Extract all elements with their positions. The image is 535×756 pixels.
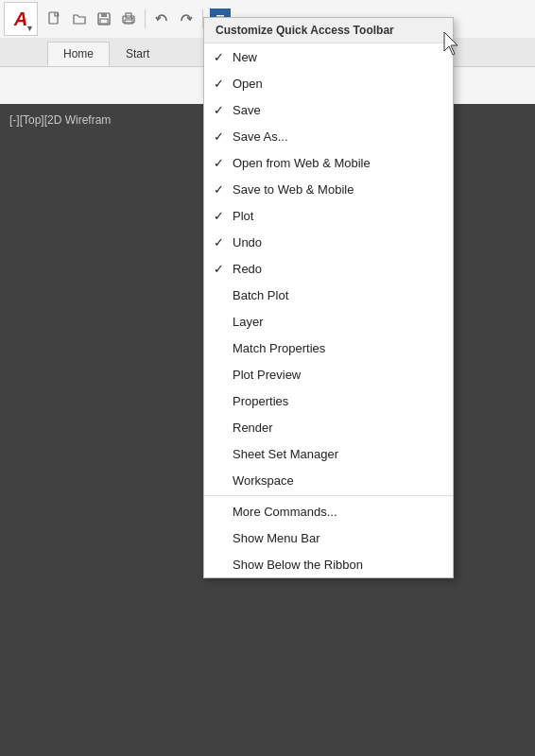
menu-item-label-batch-plot: Batch Plot [233, 288, 288, 302]
toolbar-separator-1 [145, 9, 146, 28]
menu-item-label-render: Render [233, 421, 273, 435]
menu-item-properties[interactable]: ✓Properties [204, 387, 453, 414]
menu-item-save-as[interactable]: ✓Save As... [204, 123, 453, 149]
menu-item-label-save: Save [233, 103, 261, 117]
menu-header: Customize Quick Access Toolbar [204, 18, 453, 43]
menu-item-label-redo: Redo [233, 262, 262, 276]
menu-item-label-plot: Plot [233, 209, 253, 223]
menu-item-redo[interactable]: ✓Redo [204, 255, 453, 282]
menu-item-check-new: ✓ [214, 50, 233, 64]
open-icon[interactable] [68, 8, 91, 30]
undo-icon[interactable] [150, 8, 173, 30]
svg-point-8 [131, 18, 133, 20]
menu-footer-item-show-below-ribbon[interactable]: ✓Show Below the Ribbon [204, 551, 453, 577]
menu-footer-label-show-menu-bar: Show Menu Bar [233, 531, 320, 545]
customize-toolbar-dropdown: Customize Quick Access Toolbar ✓New✓Open… [203, 17, 454, 578]
menu-item-label-properties: Properties [233, 394, 288, 408]
menu-item-label-match-properties: Match Properties [233, 341, 325, 355]
quick-access-toolbar [43, 8, 206, 30]
menu-item-undo[interactable]: ✓Undo [204, 229, 453, 255]
autocad-logo-button[interactable]: A ▼ [4, 2, 38, 36]
menu-item-batch-plot[interactable]: ✓Batch Plot [204, 282, 453, 308]
menu-footer-item-show-menu-bar[interactable]: ✓Show Menu Bar [204, 524, 453, 551]
menu-item-check-save: ✓ [214, 103, 233, 117]
menu-item-workspace[interactable]: ✓Workspace [204, 467, 453, 493]
menu-footer-item-more-commands[interactable]: ✓More Commands... [204, 498, 453, 524]
menu-item-check-save-as: ✓ [214, 129, 233, 144]
menu-item-label-new: New [233, 50, 257, 64]
menu-item-save[interactable]: ✓Save [204, 96, 453, 123]
menu-item-label-layer: Layer [233, 315, 264, 329]
tab-home[interactable]: Home [47, 42, 110, 66]
svg-rect-0 [49, 12, 58, 24]
menu-item-match-properties[interactable]: ✓Match Properties [204, 335, 453, 361]
menu-item-render[interactable]: ✓Render [204, 414, 453, 440]
save-icon[interactable] [93, 8, 115, 30]
tab-start[interactable]: Start [110, 42, 165, 66]
menu-item-layer[interactable]: ✓Layer [204, 308, 453, 335]
menu-item-check-plot: ✓ [214, 209, 233, 223]
menu-item-label-save-as: Save As... [233, 129, 288, 144]
menu-item-label-plot-preview: Plot Preview [233, 368, 301, 382]
menu-item-check-open-web-mobile: ✓ [214, 156, 233, 170]
menu-items-list: ✓New✓Open✓Save✓Save As...✓Open from Web … [204, 43, 453, 493]
menu-item-plot[interactable]: ✓Plot [204, 202, 453, 229]
viewport-label: [-][Top][2D Wirefram [9, 113, 111, 127]
plot-icon[interactable] [117, 8, 140, 30]
menu-item-label-open-web-mobile: Open from Web & Mobile [233, 156, 371, 170]
menu-item-check-open: ✓ [214, 77, 233, 91]
menu-item-plot-preview[interactable]: ✓Plot Preview [204, 361, 453, 387]
menu-item-sheet-set-manager[interactable]: ✓Sheet Set Manager [204, 440, 453, 467]
svg-rect-3 [101, 13, 107, 17]
menu-item-label-save-web-mobile: Save to Web & Mobile [233, 182, 354, 197]
menu-item-open[interactable]: ✓Open [204, 70, 453, 96]
new-icon[interactable] [43, 8, 66, 30]
menu-item-save-web-mobile[interactable]: ✓Save to Web & Mobile [204, 176, 453, 202]
menu-item-new[interactable]: ✓New [204, 43, 453, 70]
menu-item-label-open: Open [233, 77, 263, 91]
menu-item-open-web-mobile[interactable]: ✓Open from Web & Mobile [204, 149, 453, 176]
menu-divider-footer [204, 495, 453, 496]
menu-footer-label-show-below-ribbon: Show Below the Ribbon [233, 558, 363, 572]
menu-footer-list: ✓More Commands...✓Show Menu Bar✓Show Bel… [204, 498, 453, 577]
menu-item-label-workspace: Workspace [233, 473, 294, 488]
menu-item-check-redo: ✓ [214, 262, 233, 276]
svg-rect-4 [100, 19, 108, 24]
menu-footer-label-more-commands: More Commands... [233, 505, 337, 519]
menu-item-label-sheet-set-manager: Sheet Set Manager [233, 447, 338, 461]
menu-item-label-undo: Undo [233, 235, 262, 249]
redo-icon[interactable] [175, 8, 198, 30]
menu-item-check-save-web-mobile: ✓ [214, 182, 233, 197]
menu-item-check-undo: ✓ [214, 235, 233, 249]
